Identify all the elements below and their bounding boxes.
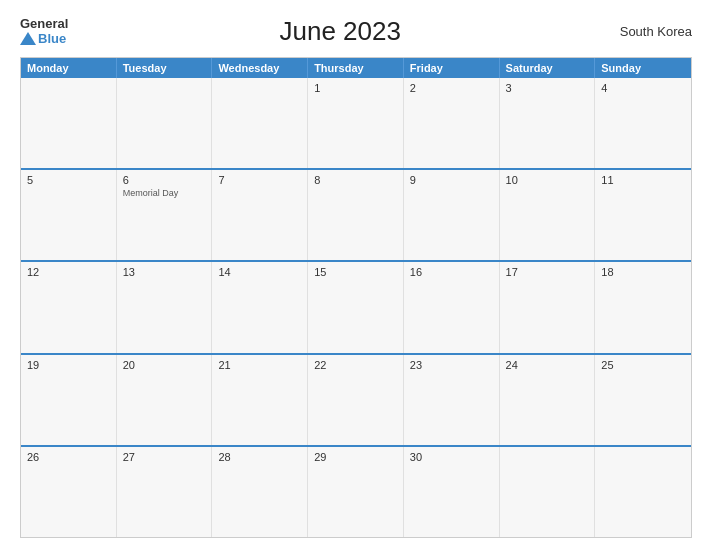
calendar-title: June 2023 — [68, 16, 612, 47]
calendar-grid: Monday Tuesday Wednesday Thursday Friday… — [20, 57, 692, 538]
logo: General Blue — [20, 17, 68, 46]
day-cell-2: 2 — [404, 78, 500, 168]
day-cell-17: 17 — [500, 262, 596, 352]
week-row-2: 5 6 Memorial Day 7 8 9 10 — [21, 168, 691, 260]
logo-blue-text: Blue — [38, 32, 66, 46]
day-number-27: 27 — [123, 451, 206, 463]
day-cell-25: 25 — [595, 355, 691, 445]
day-number-7: 7 — [218, 174, 301, 186]
week-row-5: 26 27 28 29 30 — [21, 445, 691, 537]
day-number-14: 14 — [218, 266, 301, 278]
day-number-25: 25 — [601, 359, 685, 371]
day-number-17: 17 — [506, 266, 589, 278]
day-cell-11: 11 — [595, 170, 691, 260]
day-number-29: 29 — [314, 451, 397, 463]
day-cell-19: 19 — [21, 355, 117, 445]
day-number-1: 1 — [314, 82, 397, 94]
logo-blue-row: Blue — [20, 32, 68, 46]
day-number-23: 23 — [410, 359, 493, 371]
day-number-15: 15 — [314, 266, 397, 278]
day-number-24: 24 — [506, 359, 589, 371]
day-number-30: 30 — [410, 451, 493, 463]
day-number-21: 21 — [218, 359, 301, 371]
day-cell-9: 9 — [404, 170, 500, 260]
day-number-5: 5 — [27, 174, 110, 186]
day-cell-5: 5 — [21, 170, 117, 260]
day-number-13: 13 — [123, 266, 206, 278]
day-headers-row: Monday Tuesday Wednesday Thursday Friday… — [21, 58, 691, 78]
day-cell-8: 8 — [308, 170, 404, 260]
header-thursday: Thursday — [308, 58, 404, 78]
day-cell-w5-6 — [500, 447, 596, 537]
day-cell-w1-3 — [212, 78, 308, 168]
day-cell-26: 26 — [21, 447, 117, 537]
day-number-6: 6 — [123, 174, 206, 186]
day-cell-w5-7 — [595, 447, 691, 537]
header-monday: Monday — [21, 58, 117, 78]
day-number-11: 11 — [601, 174, 685, 186]
day-cell-21: 21 — [212, 355, 308, 445]
logo-triangle-icon — [20, 32, 36, 45]
day-number-8: 8 — [314, 174, 397, 186]
weeks-container: 1 2 3 4 5 6 Memorial Day — [21, 78, 691, 537]
day-cell-12: 12 — [21, 262, 117, 352]
week-row-4: 19 20 21 22 23 24 25 — [21, 353, 691, 445]
day-number-9: 9 — [410, 174, 493, 186]
day-cell-29: 29 — [308, 447, 404, 537]
day-cell-4: 4 — [595, 78, 691, 168]
day-cell-6: 6 Memorial Day — [117, 170, 213, 260]
day-cell-24: 24 — [500, 355, 596, 445]
day-cell-10: 10 — [500, 170, 596, 260]
header-friday: Friday — [404, 58, 500, 78]
day-number-22: 22 — [314, 359, 397, 371]
day-cell-27: 27 — [117, 447, 213, 537]
day-number-18: 18 — [601, 266, 685, 278]
week-row-1: 1 2 3 4 — [21, 78, 691, 168]
day-cell-23: 23 — [404, 355, 500, 445]
day-cell-w1-2 — [117, 78, 213, 168]
day-cell-22: 22 — [308, 355, 404, 445]
day-number-3: 3 — [506, 82, 589, 94]
day-cell-20: 20 — [117, 355, 213, 445]
logo-general-text: General — [20, 17, 68, 31]
day-cell-7: 7 — [212, 170, 308, 260]
header-saturday: Saturday — [500, 58, 596, 78]
day-number-4: 4 — [601, 82, 685, 94]
day-cell-13: 13 — [117, 262, 213, 352]
day-number-12: 12 — [27, 266, 110, 278]
header-tuesday: Tuesday — [117, 58, 213, 78]
day-number-20: 20 — [123, 359, 206, 371]
day-cell-28: 28 — [212, 447, 308, 537]
day-number-28: 28 — [218, 451, 301, 463]
week-row-3: 12 13 14 15 16 17 18 — [21, 260, 691, 352]
day-cell-w1-1 — [21, 78, 117, 168]
calendar-page: General Blue June 2023 South Korea Monda… — [0, 0, 712, 550]
header: General Blue June 2023 South Korea — [20, 16, 692, 47]
day-cell-16: 16 — [404, 262, 500, 352]
header-wednesday: Wednesday — [212, 58, 308, 78]
day-number-10: 10 — [506, 174, 589, 186]
header-sunday: Sunday — [595, 58, 691, 78]
day-cell-14: 14 — [212, 262, 308, 352]
day-cell-15: 15 — [308, 262, 404, 352]
day-number-26: 26 — [27, 451, 110, 463]
day-number-2: 2 — [410, 82, 493, 94]
day-number-19: 19 — [27, 359, 110, 371]
country-label: South Korea — [612, 24, 692, 39]
day-cell-3: 3 — [500, 78, 596, 168]
day-cell-1: 1 — [308, 78, 404, 168]
day-number-16: 16 — [410, 266, 493, 278]
day-cell-30: 30 — [404, 447, 500, 537]
holiday-memorial-day: Memorial Day — [123, 188, 206, 198]
day-cell-18: 18 — [595, 262, 691, 352]
